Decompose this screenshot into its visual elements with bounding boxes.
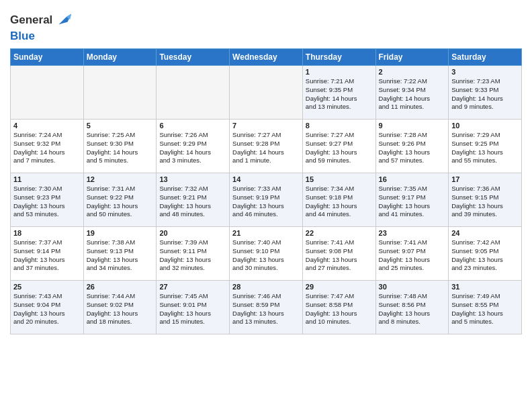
- day-number: 14: [232, 175, 300, 183]
- day-info: Sunrise: 7:37 AM Sunset: 9:14 PM Dayligh…: [13, 238, 81, 273]
- day-info: Sunrise: 7:35 AM Sunset: 9:17 PM Dayligh…: [379, 185, 446, 219]
- calendar-cell: 25Sunrise: 7:43 AM Sunset: 9:04 PM Dayli…: [11, 281, 84, 334]
- weekday-header-saturday: Saturday: [449, 49, 522, 66]
- calendar-cell: 26Sunrise: 7:44 AM Sunset: 9:02 PM Dayli…: [83, 281, 157, 334]
- calendar-cell: 29Sunrise: 7:47 AM Sunset: 8:58 PM Dayli…: [302, 281, 375, 334]
- weekday-header-tuesday: Tuesday: [157, 49, 230, 66]
- day-number: 11: [13, 175, 81, 183]
- day-number: 7: [232, 122, 300, 130]
- day-info: Sunrise: 7:28 AM Sunset: 9:26 PM Dayligh…: [379, 131, 446, 165]
- calendar-cell: 20Sunrise: 7:39 AM Sunset: 9:11 PM Dayli…: [157, 227, 230, 281]
- calendar-cell: 2Sunrise: 7:22 AM Sunset: 9:34 PM Daylig…: [375, 66, 449, 120]
- week-row-1: 1Sunrise: 7:21 AM Sunset: 9:35 PM Daylig…: [11, 66, 522, 120]
- logo-blue-text: Blue: [10, 30, 35, 42]
- day-info: Sunrise: 7:21 AM Sunset: 9:35 PM Dayligh…: [306, 77, 373, 111]
- calendar-cell: 18Sunrise: 7:37 AM Sunset: 9:14 PM Dayli…: [11, 227, 84, 281]
- day-number: 6: [159, 122, 226, 130]
- day-info: Sunrise: 7:40 AM Sunset: 9:10 PM Dayligh…: [232, 238, 300, 273]
- weekday-header-friday: Friday: [375, 49, 449, 66]
- day-number: 5: [87, 122, 154, 130]
- day-number: 23: [379, 229, 446, 237]
- week-row-3: 11Sunrise: 7:30 AM Sunset: 9:23 PM Dayli…: [11, 173, 522, 227]
- calendar-cell: 21Sunrise: 7:40 AM Sunset: 9:10 PM Dayli…: [230, 227, 303, 281]
- day-number: 15: [306, 175, 373, 183]
- day-info: Sunrise: 7:49 AM Sunset: 8:55 PM Dayligh…: [451, 292, 519, 326]
- day-info: Sunrise: 7:22 AM Sunset: 9:34 PM Dayligh…: [379, 77, 446, 111]
- day-number: 31: [451, 283, 519, 291]
- day-number: 3: [451, 68, 519, 76]
- calendar-cell: 4Sunrise: 7:24 AM Sunset: 9:32 PM Daylig…: [11, 120, 84, 173]
- day-info: Sunrise: 7:25 AM Sunset: 9:30 PM Dayligh…: [87, 131, 154, 165]
- day-info: Sunrise: 7:33 AM Sunset: 9:19 PM Dayligh…: [232, 185, 300, 219]
- day-info: Sunrise: 7:47 AM Sunset: 8:58 PM Dayligh…: [306, 292, 373, 326]
- day-number: 21: [232, 229, 300, 237]
- calendar-cell: [157, 66, 230, 120]
- logo: General Blue: [10, 11, 73, 43]
- day-number: 22: [306, 229, 373, 237]
- calendar-table: SundayMondayTuesdayWednesdayThursdayFrid…: [10, 48, 522, 334]
- day-number: 29: [306, 283, 373, 291]
- calendar-cell: 23Sunrise: 7:41 AM Sunset: 9:07 PM Dayli…: [375, 227, 449, 281]
- day-number: 24: [451, 229, 519, 237]
- calendar-cell: 3Sunrise: 7:23 AM Sunset: 9:33 PM Daylig…: [449, 66, 522, 120]
- calendar-cell: 6Sunrise: 7:26 AM Sunset: 9:29 PM Daylig…: [157, 120, 230, 173]
- day-info: Sunrise: 7:41 AM Sunset: 9:07 PM Dayligh…: [379, 238, 446, 273]
- day-info: Sunrise: 7:24 AM Sunset: 9:32 PM Dayligh…: [13, 131, 81, 165]
- week-row-5: 25Sunrise: 7:43 AM Sunset: 9:04 PM Dayli…: [11, 281, 522, 334]
- day-info: Sunrise: 7:27 AM Sunset: 9:28 PM Dayligh…: [232, 131, 300, 165]
- day-info: Sunrise: 7:39 AM Sunset: 9:11 PM Dayligh…: [159, 238, 226, 273]
- day-number: 16: [379, 175, 446, 183]
- day-number: 2: [379, 68, 446, 76]
- calendar-cell: 8Sunrise: 7:27 AM Sunset: 9:27 PM Daylig…: [302, 120, 375, 173]
- weekday-header-thursday: Thursday: [302, 49, 375, 66]
- day-number: 27: [159, 283, 226, 291]
- week-row-2: 4Sunrise: 7:24 AM Sunset: 9:32 PM Daylig…: [11, 120, 522, 173]
- calendar-cell: [11, 66, 84, 120]
- day-number: 26: [87, 283, 154, 291]
- calendar-cell: 17Sunrise: 7:36 AM Sunset: 9:15 PM Dayli…: [449, 173, 522, 227]
- day-number: 30: [379, 283, 446, 291]
- day-info: Sunrise: 7:30 AM Sunset: 9:23 PM Dayligh…: [13, 185, 81, 219]
- day-number: 25: [13, 283, 81, 291]
- day-info: Sunrise: 7:32 AM Sunset: 9:21 PM Dayligh…: [159, 185, 226, 219]
- day-number: 10: [451, 122, 519, 130]
- day-info: Sunrise: 7:36 AM Sunset: 9:15 PM Dayligh…: [451, 185, 519, 219]
- calendar-cell: 22Sunrise: 7:41 AM Sunset: 9:08 PM Dayli…: [302, 227, 375, 281]
- weekday-header-wednesday: Wednesday: [230, 49, 303, 66]
- day-number: 19: [87, 229, 154, 237]
- calendar-cell: 19Sunrise: 7:38 AM Sunset: 9:13 PM Dayli…: [83, 227, 157, 281]
- day-number: 18: [13, 229, 81, 237]
- calendar-cell: 31Sunrise: 7:49 AM Sunset: 8:55 PM Dayli…: [449, 281, 522, 334]
- day-number: 9: [379, 122, 446, 130]
- day-number: 28: [232, 283, 300, 291]
- day-info: Sunrise: 7:41 AM Sunset: 9:08 PM Dayligh…: [306, 238, 373, 273]
- day-info: Sunrise: 7:31 AM Sunset: 9:22 PM Dayligh…: [87, 185, 154, 219]
- day-number: 20: [159, 229, 226, 237]
- calendar-cell: 15Sunrise: 7:34 AM Sunset: 9:18 PM Dayli…: [302, 173, 375, 227]
- day-info: Sunrise: 7:48 AM Sunset: 8:56 PM Dayligh…: [379, 292, 446, 326]
- day-number: 12: [87, 175, 154, 183]
- calendar-cell: 24Sunrise: 7:42 AM Sunset: 9:05 PM Dayli…: [449, 227, 522, 281]
- calendar-cell: 9Sunrise: 7:28 AM Sunset: 9:26 PM Daylig…: [375, 120, 449, 173]
- day-info: Sunrise: 7:42 AM Sunset: 9:05 PM Dayligh…: [451, 238, 519, 273]
- logo-general-text: General: [10, 13, 52, 27]
- week-row-4: 18Sunrise: 7:37 AM Sunset: 9:14 PM Dayli…: [11, 227, 522, 281]
- calendar-cell: [230, 66, 303, 120]
- calendar-cell: 5Sunrise: 7:25 AM Sunset: 9:30 PM Daylig…: [83, 120, 157, 173]
- day-number: 17: [451, 175, 519, 183]
- day-info: Sunrise: 7:27 AM Sunset: 9:27 PM Dayligh…: [306, 131, 373, 165]
- day-info: Sunrise: 7:38 AM Sunset: 9:13 PM Dayligh…: [87, 238, 154, 273]
- logo-bird-icon: [54, 11, 73, 30]
- weekday-header-row: SundayMondayTuesdayWednesdayThursdayFrid…: [11, 49, 522, 66]
- weekday-header-sunday: Sunday: [11, 49, 84, 66]
- header: General Blue: [10, 7, 522, 43]
- calendar-cell: 7Sunrise: 7:27 AM Sunset: 9:28 PM Daylig…: [230, 120, 303, 173]
- calendar-cell: 13Sunrise: 7:32 AM Sunset: 9:21 PM Dayli…: [157, 173, 230, 227]
- day-info: Sunrise: 7:43 AM Sunset: 9:04 PM Dayligh…: [13, 292, 81, 326]
- calendar-cell: [83, 66, 157, 120]
- day-info: Sunrise: 7:23 AM Sunset: 9:33 PM Dayligh…: [451, 77, 519, 111]
- day-info: Sunrise: 7:26 AM Sunset: 9:29 PM Dayligh…: [159, 131, 226, 165]
- calendar-cell: 14Sunrise: 7:33 AM Sunset: 9:19 PM Dayli…: [230, 173, 303, 227]
- day-number: 4: [13, 122, 81, 130]
- day-info: Sunrise: 7:46 AM Sunset: 8:59 PM Dayligh…: [232, 292, 300, 326]
